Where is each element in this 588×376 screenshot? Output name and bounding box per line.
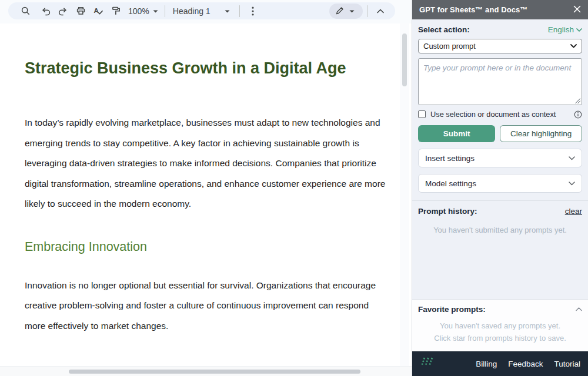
document-heading-1: Strategic Business Growth in a Digital A… [25,58,388,79]
sidebar-header: GPT for Sheets™ and Docs™ [412,0,588,19]
model-settings-expander[interactable]: Model settings [418,174,582,193]
action-buttons-row: Submit Clear highlighting [418,125,582,142]
document-content: Strategic Business Growth in a Digital A… [25,58,388,336]
paint-format-icon[interactable] [107,4,125,19]
toolbar-strip: A 100% Heading 1 [0,0,412,24]
favorites-empty-text: You haven't saved any prompts yet. Click… [418,320,582,344]
sidebar-body: Select action: English Custom prompt Typ… [412,19,588,299]
document-paragraph-1: In today’s rapidly evolving marketplace,… [25,113,388,214]
sidebar-title: GPT for Sheets™ and Docs™ [419,5,528,14]
more-options-icon[interactable] [244,4,262,19]
document-paragraph-2: Innovation is no longer optional but ess… [25,276,388,337]
clear-highlighting-button[interactable]: Clear highlighting [500,125,582,142]
close-icon[interactable] [573,5,581,14]
prompt-placeholder: Type your prompt here or in the document [423,63,571,72]
redo-icon[interactable] [54,4,72,19]
prompt-history-row: Prompt history: clear [418,207,582,216]
billing-link[interactable]: Billing [476,360,497,368]
insert-settings-expander[interactable]: Insert settings [418,149,582,167]
zoom-control[interactable]: 100% [125,6,161,16]
horizontal-scrollbar-track[interactable] [0,366,412,376]
docs-toolbar: A 100% Heading 1 [8,2,395,19]
hide-menus-icon[interactable] [372,4,389,19]
select-action-row: Select action: English [418,25,582,34]
context-checkbox-label: Use selection or document as context [430,110,574,119]
toolbar-divider [367,5,368,17]
model-settings-label: Model settings [425,179,476,188]
submit-button[interactable]: Submit [418,125,495,142]
language-caret-icon [576,28,582,32]
favorites-empty-line1: You haven't saved any prompts yet. [418,320,582,332]
document-page[interactable]: Strategic Business Growth in a Digital A… [0,24,400,366]
editing-mode-caret-icon [349,10,355,13]
document-area: A 100% Heading 1 [0,0,412,376]
language-selector[interactable]: English [548,25,582,34]
pen-icon [335,6,344,15]
paragraph-style-control[interactable]: Heading 1 [169,6,235,16]
style-caret-icon [225,10,230,13]
undo-icon[interactable] [36,4,54,19]
toolbar-divider [239,5,240,17]
favorite-prompts-section: Favorite prompts: You haven't saved any … [412,299,588,351]
print-icon[interactable] [72,4,89,19]
insert-settings-label: Insert settings [425,154,475,163]
vertical-scrollbar-thumb[interactable] [402,33,407,86]
toolbar-divider [165,5,165,17]
spellcheck-icon[interactable]: A [89,4,107,19]
select-caret-icon [570,44,577,48]
chevron-down-icon [569,182,575,186]
tutorial-link[interactable]: Tutorial [554,360,580,368]
addon-logo-icon [420,356,436,371]
horizontal-scrollbar-thumb[interactable] [69,370,360,374]
prompt-textarea[interactable]: Type your prompt here or in the document [418,58,582,105]
app-window: A 100% Heading 1 [0,0,588,376]
resize-grip-icon[interactable] [575,98,580,103]
select-action-label: Select action: [418,25,470,34]
document-heading-2: Embracing Innovation [25,238,388,256]
paragraph-style-value: Heading 1 [169,6,213,16]
prompt-history-label: Prompt history: [418,207,477,216]
clear-history-link[interactable]: clear [565,207,582,216]
language-value: English [548,25,574,34]
context-checkbox[interactable] [418,110,426,118]
prompt-history-section: Prompt history: clear You haven't submit… [412,200,588,299]
favorite-prompts-row: Favorite prompts: [418,305,582,314]
favorite-prompts-label: Favorite prompts: [418,305,486,314]
favorites-empty-line2: Click star from prompts history to save. [418,332,582,344]
action-select-value: Custom prompt [423,42,476,51]
svg-text:A: A [94,7,99,14]
editing-mode-button[interactable] [329,4,363,19]
footer-links: Billing Feedback Tutorial [476,360,580,368]
action-select[interactable]: Custom prompt [418,39,582,53]
prompt-history-empty-text: You haven't submitted any prompts yet. [418,226,582,234]
sidebar-footer: Billing Feedback Tutorial [412,351,588,376]
info-icon[interactable] [574,110,582,119]
chevron-down-icon [569,156,575,160]
chevron-up-icon[interactable] [576,307,582,311]
context-row: Use selection or document as context [418,110,582,119]
zoom-value: 100% [125,6,152,16]
feedback-link[interactable]: Feedback [508,360,543,368]
gpt-addon-sidebar: GPT for Sheets™ and Docs™ Select action:… [412,0,588,376]
search-icon[interactable] [16,4,34,19]
zoom-caret-icon [153,10,158,13]
